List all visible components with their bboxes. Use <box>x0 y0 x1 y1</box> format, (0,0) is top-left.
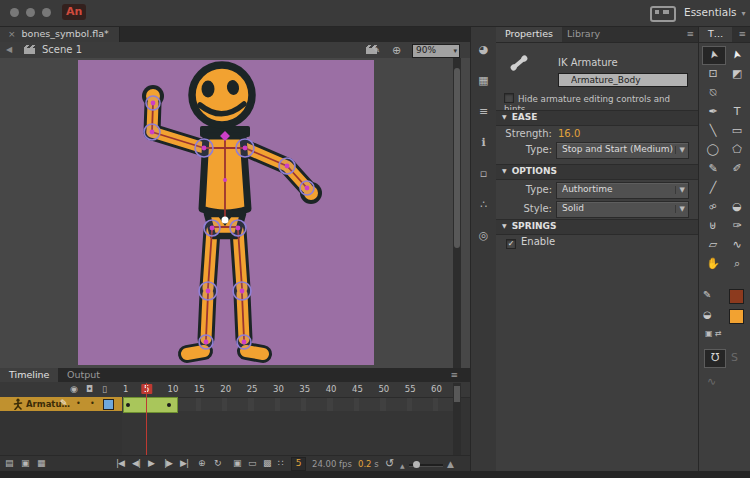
section-header-ease[interactable]: ▼EASE <box>496 110 698 126</box>
ruler-frame-label[interactable]: 50 <box>378 384 389 394</box>
panel-menu-icon[interactable]: ≡ <box>738 29 746 39</box>
window-zoom-button[interactable] <box>42 8 51 17</box>
eyedropper-tool[interactable]: ✑ <box>726 217 748 234</box>
keyframe-dot[interactable] <box>126 403 130 407</box>
paint-bucket-tool[interactable]: ◒ <box>726 198 748 215</box>
edit-multiple-frames-button[interactable]: ▩ <box>263 458 271 468</box>
lasso-tool[interactable]: ⍉ <box>702 84 724 101</box>
stroke-color-swatch[interactable] <box>729 289 744 304</box>
ruler-frame-label[interactable]: 20 <box>220 384 231 394</box>
armature-character[interactable] <box>78 60 374 365</box>
polystar-tool[interactable]: ⬠ <box>726 141 748 158</box>
asset-warp-tool[interactable]: ∿ <box>726 236 748 253</box>
timeline-vertical-scrollbar[interactable] <box>453 383 461 455</box>
subselection-tool[interactable]: ➤ <box>726 46 748 63</box>
dock-panel-snippets-icon[interactable]: ◎ <box>471 229 496 242</box>
line-tool[interactable]: ╲ <box>702 122 724 139</box>
document-tab[interactable]: ×bones_symbol.fla* <box>0 27 120 43</box>
ruler-frame-label[interactable]: 15 <box>194 384 205 394</box>
brush-tool[interactable]: ✐ <box>726 160 748 177</box>
ruler-frame-label[interactable]: 30 <box>273 384 284 394</box>
ruler-frame-label[interactable]: 10 <box>168 384 179 394</box>
dock-panel-transform-icon[interactable]: ▫ <box>471 167 496 180</box>
go-to-first-frame-button[interactable]: |◀ <box>116 458 124 468</box>
snap-to-objects-button[interactable]: ℧ <box>704 349 726 368</box>
section-header-springs[interactable]: ▼SPRINGS <box>496 219 698 235</box>
breadcrumb-scene[interactable]: Scene 1 <box>42 44 82 55</box>
dock-panel-presets-icon[interactable]: ∴ <box>471 198 496 211</box>
frame-rate-display[interactable]: 24.00 fps <box>312 459 352 469</box>
armature-frame-span[interactable] <box>123 397 178 413</box>
layer-visibility-dot[interactable]: • <box>76 399 81 408</box>
free-transform-tool[interactable]: ⊡ <box>702 65 724 82</box>
zoom-tool[interactable]: ⌕ <box>726 255 748 272</box>
hand-tool[interactable]: ✋ <box>702 255 724 272</box>
pasteboard[interactable] <box>0 58 470 368</box>
timeline-zoom-knob[interactable] <box>413 461 420 468</box>
stage-zoom-dropdown[interactable]: 90% ▾ <box>412 44 460 58</box>
stage-vertical-scrollbar[interactable] <box>453 58 461 368</box>
dock-panel-swatches-icon[interactable]: ▦ <box>471 74 496 87</box>
tab-output[interactable]: Output <box>58 368 109 383</box>
window-minimize-button[interactable] <box>26 8 35 17</box>
modify-markers-button[interactable]: ∷ <box>278 458 283 468</box>
step-forward-button[interactable]: |▶ <box>164 458 172 468</box>
ruler-frame-label[interactable]: 60 <box>431 384 442 394</box>
tab-library[interactable]: Library <box>558 27 609 42</box>
play-button[interactable]: ▶ <box>148 458 154 468</box>
tab-properties[interactable]: Properties <box>496 27 562 42</box>
gradient-transform-tool[interactable]: ◩ <box>726 65 748 82</box>
bone-tool[interactable]: ∞ <box>702 198 724 215</box>
edit-symbols-icon[interactable]: ✎ <box>372 44 380 55</box>
stage-canvas[interactable] <box>78 60 374 365</box>
instance-name-field[interactable] <box>558 73 688 87</box>
onion-skin-outlines-button[interactable]: ▭ <box>248 458 256 468</box>
tab-tools[interactable]: T… <box>699 27 732 42</box>
show-hide-all-layers-icon[interactable]: ◉ <box>70 384 78 394</box>
ink-bottle-tool[interactable]: ⊎ <box>702 217 724 234</box>
rectangle-tool[interactable]: ▭ <box>726 122 748 139</box>
window-close-button[interactable] <box>10 8 19 17</box>
ruler-frame-label[interactable]: 25 <box>247 384 258 394</box>
center-stage-icon[interactable]: ⊕ <box>392 44 401 57</box>
panel-menu-icon[interactable]: ≡ <box>686 29 694 39</box>
springs-enable-row[interactable]: ✓Enable <box>506 236 555 249</box>
new-layer-button[interactable]: ▤ <box>5 458 13 468</box>
frames-grid-empty[interactable] <box>122 411 453 455</box>
timeline-ruler[interactable]: ◉◘▯151015202530354045505560 <box>0 382 470 398</box>
hide-controls-checkbox[interactable] <box>504 93 514 103</box>
new-folder-button[interactable]: ▣ <box>21 458 29 468</box>
ruler-frame-label[interactable]: 35 <box>299 384 310 394</box>
close-icon[interactable]: × <box>8 29 16 39</box>
zoom-in-frames-icon[interactable]: ▲ <box>447 459 454 469</box>
swap-colors-icon[interactable]: ⇄ <box>715 329 722 338</box>
ease-type-dropdown[interactable]: Stop and Start (Medium)▼ <box>556 142 689 159</box>
go-to-last-frame-button[interactable]: ▶| <box>180 458 188 468</box>
workspace-switcher[interactable]: Essentials▾ <box>684 6 746 18</box>
options-type-dropdown[interactable]: Authortime▼ <box>556 182 689 199</box>
strength-value[interactable]: 16.0 <box>558 128 580 139</box>
delete-layer-button[interactable]: ▦ <box>37 458 45 468</box>
oval-tool[interactable]: ◯ <box>702 141 724 158</box>
loop-playback-button[interactable]: ↺ <box>385 457 394 470</box>
ruler-frame-label[interactable]: 55 <box>405 384 416 394</box>
onion-skin-button[interactable]: ▣ <box>233 458 241 468</box>
elapsed-time-display[interactable]: 0.2 s <box>358 459 379 469</box>
dock-panel-info-icon[interactable]: ℹ <box>471 136 496 149</box>
panel-menu-icon[interactable]: ≡ <box>450 370 458 380</box>
options-style-dropdown[interactable]: Solid▼ <box>556 201 689 218</box>
playhead[interactable] <box>146 383 147 455</box>
show-layers-as-outlines-icon[interactable]: ▯ <box>102 384 107 394</box>
dock-panel-color-icon[interactable]: ◕ <box>471 43 496 56</box>
text-tool[interactable]: T <box>726 103 748 120</box>
layer-row-armature[interactable]: Armatu… ✎ • • <box>0 397 122 411</box>
fill-color-swatch[interactable] <box>729 309 744 324</box>
ruler-frame-label[interactable]: 1 <box>123 384 128 394</box>
eraser-tool[interactable]: ▱ <box>702 236 724 253</box>
pencil-tool[interactable]: ✎ <box>702 160 724 177</box>
paint-brush-tool[interactable]: ╱ <box>702 179 724 196</box>
tab-timeline[interactable]: Timeline <box>0 368 58 383</box>
layer-lock-dot[interactable]: • <box>90 399 95 408</box>
center-frame-button[interactable]: ⊕ <box>198 458 205 468</box>
lock-unlock-all-layers-icon[interactable]: ◘ <box>86 384 93 394</box>
